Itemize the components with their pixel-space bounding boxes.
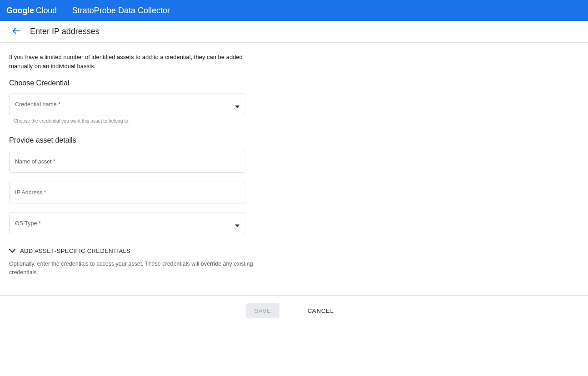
ip-address-input[interactable] xyxy=(15,182,239,203)
back-button[interactable] xyxy=(9,25,24,39)
credential-helper-text: Choose the credential you want this asse… xyxy=(9,118,245,124)
chevron-down-icon xyxy=(9,247,15,254)
app-title: StratoProbe Data Collector xyxy=(72,6,170,15)
logo-text-google: Google xyxy=(6,6,34,15)
add-asset-credentials-helper: Optionally, enter the credentials to acc… xyxy=(9,260,254,277)
asset-name-field[interactable]: Name of asset * xyxy=(9,151,245,173)
choose-credential-heading: Choose Credential xyxy=(9,79,309,87)
provide-asset-details-heading: Provide asset details xyxy=(9,136,309,144)
arrow-left-icon xyxy=(11,26,21,37)
main-content: If you have a limited number of identifi… xyxy=(0,43,318,295)
page-title: Enter IP addresses xyxy=(30,27,100,36)
page-subheader: Enter IP addresses xyxy=(0,21,588,43)
asset-name-input[interactable] xyxy=(15,151,239,172)
top-app-bar: Google Cloud StratoProbe Data Collector xyxy=(0,0,588,21)
os-type-select[interactable]: OS Type * xyxy=(9,213,245,234)
os-type-label: OS Type * xyxy=(15,220,41,227)
credential-name-label: Credential name * xyxy=(15,101,60,108)
logo-text-cloud: Cloud xyxy=(36,6,57,15)
add-asset-credentials-label: ADD ASSET-SPECIFIC CREDENTIALS xyxy=(20,247,130,254)
save-button[interactable]: SAVE xyxy=(246,303,279,318)
action-footer: SAVE CANCEL xyxy=(0,295,588,326)
intro-text: If you have a limited number of identifi… xyxy=(9,53,245,71)
add-asset-credentials-toggle[interactable]: ADD ASSET-SPECIFIC CREDENTIALS xyxy=(9,247,309,254)
chevron-down-icon xyxy=(235,102,239,109)
cancel-button[interactable]: CANCEL xyxy=(299,303,342,318)
credential-name-select[interactable]: Credential name * Choose the credential … xyxy=(9,94,245,124)
google-cloud-logo: Google Cloud xyxy=(6,6,57,15)
ip-address-field[interactable]: IP Address * xyxy=(9,182,245,203)
chevron-down-icon xyxy=(235,221,239,228)
